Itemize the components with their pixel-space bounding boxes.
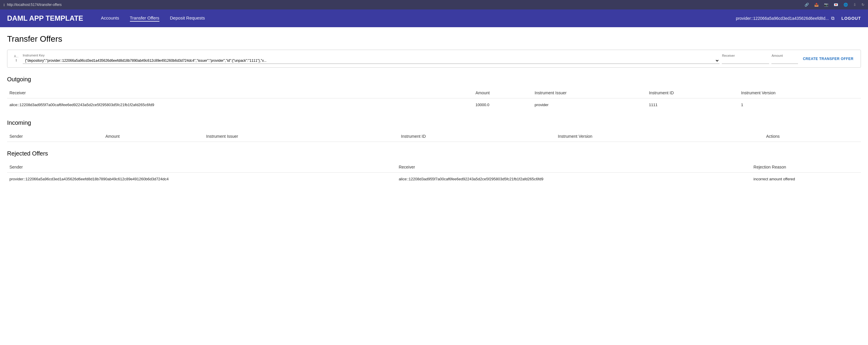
outgoing-table: Receiver Amount Instrument Issuer Instru… <box>7 87 861 111</box>
rejected-table-row: provider::122066a5a96cd3ed1a435626d6eefd… <box>7 173 861 186</box>
receiver-label: Receiver <box>722 54 769 57</box>
amount-field: Amount 10000 <box>771 54 798 64</box>
receiver-field: Receiver alice::12208d3ac <box>722 54 769 64</box>
link-icon: 🔗 <box>805 3 809 7</box>
receiver-input[interactable]: alice::12208d3ac <box>722 58 769 64</box>
outgoing-col-id: Instrument ID <box>647 87 739 98</box>
outgoing-table-container: Receiver Amount Instrument Issuer Instru… <box>7 87 861 111</box>
instrument-key-field: Instrument Key {"depository":"provider::… <box>23 54 719 64</box>
provider-display: provider::122066a5a96cd3ed1a435626d6eefd… <box>736 16 829 21</box>
incoming-section-title: Incoming <box>7 119 861 126</box>
rejected-table: Sender Receiver Rejection Reason provide… <box>7 162 861 185</box>
outgoing-col-receiver: Receiver <box>7 87 473 98</box>
form-indicator: A... ↑ <box>12 55 20 63</box>
browser-url: http://localhost:5174/transfer-offers <box>7 3 62 7</box>
incoming-col-amount: Amount <box>103 131 204 142</box>
amount-input[interactable]: 10000 <box>771 58 798 64</box>
outgoing-col-version: Instrument Version <box>739 87 861 98</box>
outgoing-cell-amount: 10000.0 <box>473 98 532 111</box>
outgoing-cell-issuer: provider <box>532 98 647 111</box>
nav-deposit-requests[interactable]: Deposit Requests <box>170 16 205 22</box>
create-transfer-form: A... ↑ Instrument Key {"depository":"pro… <box>7 50 861 68</box>
download-icon: ⇩ <box>853 3 856 7</box>
incoming-table-container: Sender Amount Instrument Issuer Instrume… <box>7 131 861 142</box>
outgoing-cell-id: 1111 <box>647 98 739 111</box>
incoming-col-sender: Sender <box>7 131 103 142</box>
amount-label: Amount <box>771 54 798 57</box>
incoming-header-row: Sender Amount Instrument Issuer Instrume… <box>7 131 861 142</box>
main-content: Transfer Offers A... ↑ Instrument Key {"… <box>0 27 868 201</box>
logout-button[interactable]: LOGOUT <box>841 16 861 21</box>
rejected-col-reason: Rejection Reason <box>751 162 861 173</box>
nav-transfer-offers[interactable]: Transfer Offers <box>130 16 159 22</box>
rejected-cell-receiver: alice::12208d3ad955f7a00caf6fee6ed92243a… <box>396 173 751 186</box>
rejected-table-container: Sender Receiver Rejection Reason provide… <box>7 162 861 185</box>
outgoing-section-title: Outgoing <box>7 76 861 83</box>
globe-icon: 🌐 <box>843 3 848 7</box>
info-icon: i <box>4 3 5 7</box>
incoming-col-id: Instrument ID <box>399 131 556 142</box>
incoming-col-actions: Actions <box>764 131 861 142</box>
outgoing-col-amount: Amount <box>473 87 532 98</box>
incoming-col-version: Instrument Version <box>556 131 764 142</box>
rejected-cell-reason: incorrect amount offered <box>751 173 861 186</box>
outgoing-cell-receiver: alice::12208d3ad955f7a00caf6fee6ed92243a… <box>7 98 473 111</box>
app-title: DAML APP TEMPLATE <box>7 14 83 23</box>
incoming-table: Sender Amount Instrument Issuer Instrume… <box>7 131 861 142</box>
rejected-col-sender: Sender <box>7 162 396 173</box>
provider-info: provider::122066a5a96cd3ed1a435626d6eefd… <box>736 16 835 21</box>
outgoing-table-row: alice::12208d3ad955f7a00caf6fee6ed92243a… <box>7 98 861 111</box>
rejected-header-row: Sender Receiver Rejection Reason <box>7 162 861 173</box>
instrument-key-label: Instrument Key <box>23 54 719 57</box>
app-header: DAML APP TEMPLATE Accounts Transfer Offe… <box>0 9 868 27</box>
form-arrow-icon: ↑ <box>16 58 18 63</box>
refresh-icon: ↻ <box>862 3 864 7</box>
nav-accounts[interactable]: Accounts <box>101 16 119 22</box>
browser-bar: i http://localhost:5174/transfer-offers … <box>0 0 868 9</box>
mail-icon: 💌 <box>834 3 838 7</box>
copy-icon[interactable]: ⧉ <box>831 16 834 21</box>
incoming-col-issuer: Instrument Issuer <box>204 131 399 142</box>
outgoing-col-issuer: Instrument Issuer <box>532 87 647 98</box>
rejected-section-title: Rejected Offers <box>7 150 861 157</box>
create-transfer-offer-button[interactable]: CREATE TRANSFER OFFER <box>800 56 856 62</box>
form-a-label: A... <box>14 55 18 58</box>
outgoing-header-row: Receiver Amount Instrument Issuer Instru… <box>7 87 861 98</box>
outgoing-cell-version: 1 <box>739 98 861 111</box>
nav-links: Accounts Transfer Offers Deposit Request… <box>101 16 736 22</box>
instrument-key-select[interactable]: {"depository":"provider::122066a5a96cd3e… <box>23 58 719 64</box>
camera-icon: 📷 <box>824 3 829 7</box>
rejected-col-receiver: Receiver <box>396 162 751 173</box>
page-title: Transfer Offers <box>7 34 861 44</box>
browser-icons: 🔗 📤 📷 💌 🌐 ⇩ ↻ <box>805 3 864 7</box>
rejected-cell-sender: provider::122066a5a96cd3ed1a435626d6eefd… <box>7 173 396 186</box>
share-icon: 📤 <box>814 3 819 7</box>
